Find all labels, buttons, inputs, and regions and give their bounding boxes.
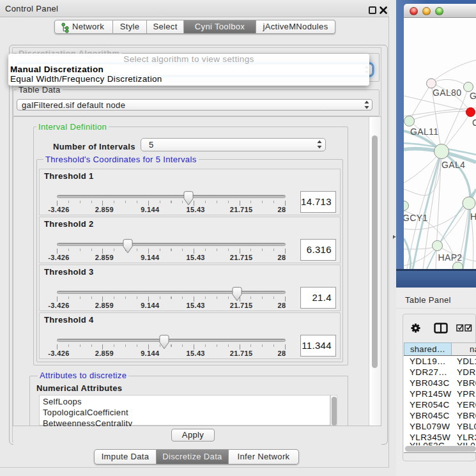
svg-text:HAP2: HAP2 [438, 252, 463, 263]
svg-text:GAL4: GAL4 [441, 160, 465, 170]
svg-text:GCY1: GCY1 [404, 213, 428, 223]
svg-text:GAL80: GAL80 [433, 88, 461, 98]
svg-text:H: H [470, 211, 476, 222]
svg-text:GA: GA [470, 91, 476, 101]
svg-text:GAL11: GAL11 [410, 127, 438, 137]
svg-text:C: C [472, 118, 476, 128]
